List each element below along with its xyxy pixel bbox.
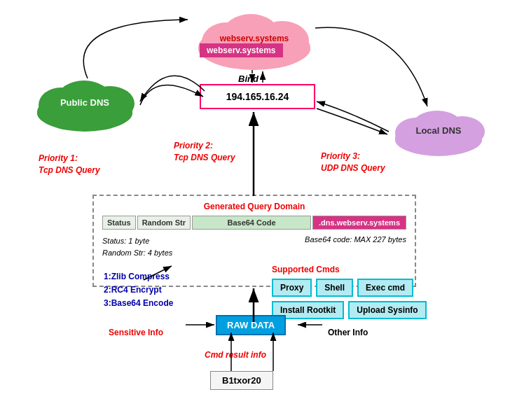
bind-label: Bind <box>238 74 259 84</box>
raw-data-label: RAW DATA <box>227 320 275 330</box>
priority3-label: Priority 3: UDP DNS Query <box>321 150 385 174</box>
upload-sysinfo-btn[interactable]: Upload Sysinfo <box>348 301 426 319</box>
domain-status: Status <box>102 216 136 230</box>
sensitive-info-label: Sensitive Info <box>109 328 163 337</box>
shell-btn[interactable]: Shell <box>316 279 353 297</box>
priority1-label: Priority 1: Tcp DNS Query <box>39 153 100 176</box>
supported-cmds-label: Supported Cmds <box>272 265 427 274</box>
b1txor-box: B1txor20 <box>210 371 273 390</box>
b1txor-label: B1txor20 <box>222 375 261 386</box>
public-dns-cloud: Public DNS <box>29 74 140 133</box>
webserv-cloud: webserv.systems <box>188 6 321 72</box>
raw-data-box: RAW DATA <box>216 315 286 335</box>
ip-address: 194.165.16.24 <box>226 91 289 102</box>
priority2-label: Priority 2: Tcp DNS Query <box>174 140 235 164</box>
proxy-btn[interactable]: Proxy <box>272 279 312 297</box>
status-info: Status: 1 byteRandom Str: 4 bytes <box>102 235 172 258</box>
base64-info: Base64 code: MAX 227 bytes <box>305 235 406 258</box>
domain-base64: Base64 Code <box>192 216 311 230</box>
webserv-cloud-label: webserv.systems <box>220 34 289 45</box>
public-dns-label: Public DNS <box>60 97 109 109</box>
domain-suffix: .dns.webserv.systems <box>312 216 406 230</box>
webserv-label: webserv.systems <box>200 43 283 57</box>
domain-bar: Status Random Str Base64 Code .dns.webse… <box>102 216 406 230</box>
ip-box: 194.165.16.24 <box>200 84 315 109</box>
encoding-label: 1:Zlib Compress 2:RC4 Encrypt 3:Base64 E… <box>104 270 173 311</box>
generated-query-label: Generated Query Domain <box>99 202 409 211</box>
other-info-label: Other Info <box>328 328 368 337</box>
domain-random-str: Random Str <box>137 216 191 230</box>
local-dns-cloud: Local DNS <box>387 104 490 158</box>
cmd-result-info-label: Cmd result info <box>205 350 266 360</box>
diagram: webserv.systems webserv.systems Bind 194… <box>0 0 510 420</box>
exec-cmd-btn[interactable]: Exec cmd <box>357 279 413 297</box>
local-dns-label: Local DNS <box>415 125 461 137</box>
supported-cmds-section: Supported Cmds Proxy Shell Exec cmd Inst… <box>272 265 427 319</box>
